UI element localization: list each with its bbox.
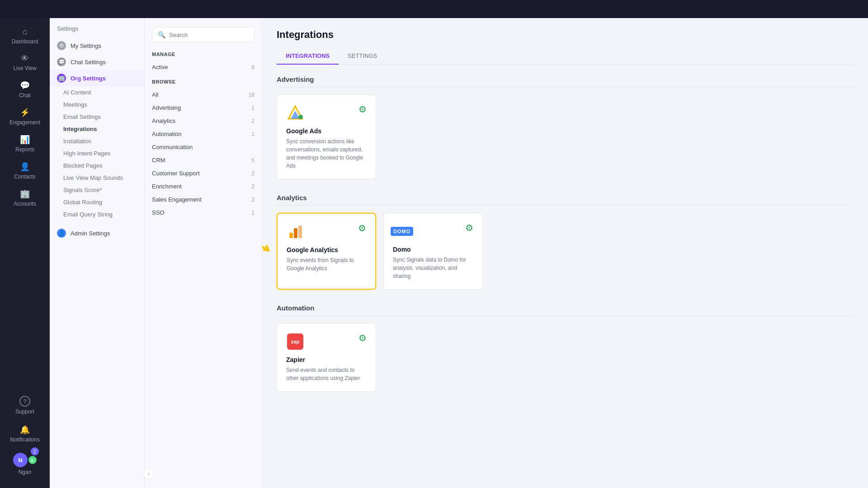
google-ads-logo: [286, 104, 304, 122]
filter-item-crm[interactable]: CRM 5: [145, 154, 262, 167]
domo-logo-text: DOMO: [391, 227, 413, 236]
search-input[interactable]: [169, 32, 249, 38]
card-domo[interactable]: DOMO ⚙ Domo Sync Signals data to Domo fo…: [383, 213, 483, 290]
nav-item-support[interactable]: ? Support: [6, 392, 43, 418]
nav-item-contacts[interactable]: 👤 Contacts: [0, 157, 50, 184]
settings-label-admin-settings: Admin Settings: [71, 230, 110, 237]
filter-item-enrichment[interactable]: Enrichment 2: [145, 180, 262, 193]
sub-item-global-routing[interactable]: Global Routing: [50, 196, 144, 208]
nav-item-engagement[interactable]: ⚡ Engagement: [0, 103, 50, 130]
filter-label-customer-support: Customer Support: [152, 170, 200, 177]
far-left-nav: ⌂ Dashboard 👁 Live View 💬 Chat ⚡ Engagem…: [0, 18, 50, 488]
card-zapier[interactable]: zap ⚙ Zapier Send events and contacts to…: [277, 323, 376, 392]
filter-label-sales-engagement: Sales Engagement: [152, 196, 202, 203]
page-tabs: INTEGRATIONS SETTINGS: [277, 48, 854, 65]
filter-label-sso: SSO: [152, 209, 164, 216]
top-bar: [0, 0, 868, 18]
nav-label-support: Support: [15, 408, 34, 415]
zapier-name: Zapier: [286, 356, 367, 363]
settings-item-my-settings[interactable]: ⚙ My Settings: [50, 38, 144, 54]
org-settings-icon: 🏢: [57, 74, 66, 83]
user-avatar-area[interactable]: N g. Ngan 2: [6, 449, 43, 479]
manage-section-title: MANAGE: [145, 52, 262, 61]
nav-label-engagement: Engagement: [9, 119, 40, 126]
filter-panel: 🔍 MANAGE Active 8 BROWSE All 18 Advertis…: [145, 18, 262, 488]
nav-label-accounts: Accounts: [14, 201, 36, 207]
filter-count-advertising: 1: [251, 105, 255, 111]
filter-count-sso: 1: [251, 210, 255, 216]
filter-item-sso[interactable]: SSO 1: [145, 206, 262, 219]
zapier-gear-icon: ⚙: [359, 333, 367, 343]
domo-name: Domo: [393, 246, 473, 253]
sub-item-ai-content[interactable]: AI Content: [50, 86, 144, 99]
chat-settings-icon: 💬: [57, 57, 66, 66]
sub-item-installation[interactable]: Installation: [50, 135, 144, 147]
svg-rect-3: [289, 233, 293, 238]
section-title-advertising: Advertising: [277, 75, 854, 87]
card-google-analytics[interactable]: ⚙ Google Analytics Sync events from Sign…: [277, 213, 376, 290]
sub-item-signals-score[interactable]: Signals Score*: [50, 184, 144, 196]
tab-settings[interactable]: SETTINGS: [339, 48, 386, 65]
chat-icon: 💬: [20, 80, 30, 90]
filter-label-active: Active: [152, 64, 168, 70]
settings-panel: Settings ⚙ My Settings 💬 Chat Settings 🏢…: [50, 18, 145, 488]
user-status-icon: g.: [28, 456, 37, 464]
filter-label-automation: Automation: [152, 131, 182, 137]
accounts-icon: 🏢: [20, 189, 30, 199]
nav-label-reports: Reports: [15, 146, 34, 153]
nav-label-dashboard: Dashboard: [12, 38, 38, 45]
sub-item-live-view-map-sounds[interactable]: Live View Map Sounds: [50, 172, 144, 184]
search-icon: 🔍: [158, 31, 165, 38]
admin-settings-icon: 👤: [57, 229, 66, 238]
nav-item-live-view[interactable]: 👁 Live View: [0, 49, 50, 76]
filter-item-active[interactable]: Active 8: [145, 61, 262, 74]
card-google-ads[interactable]: ⚙ Google Ads Sync conversion actions lik…: [277, 94, 376, 179]
google-analytics-gear-icon: ⚙: [358, 223, 366, 234]
section-title-automation: Automation: [277, 304, 854, 316]
nav-item-chat[interactable]: 💬 Chat: [0, 76, 50, 103]
settings-item-chat-settings[interactable]: 💬 Chat Settings: [50, 54, 144, 70]
google-ads-gear-icon: ⚙: [359, 104, 367, 115]
nav-item-dashboard[interactable]: ⌂ Dashboard: [0, 23, 50, 49]
nav-bottom: ? Support 🔔 Notifications N g. Ngan 2: [6, 392, 43, 488]
nav-label-contacts: Contacts: [14, 174, 35, 180]
sub-item-email-query-string[interactable]: Email Query String: [50, 208, 144, 221]
content-area: Integrations INTEGRATIONS SETTINGS Adver…: [262, 18, 868, 488]
search-box[interactable]: 🔍: [152, 27, 255, 42]
sub-item-blocked-pages[interactable]: Blocked Pages: [50, 160, 144, 172]
arrow-annotation: [262, 237, 282, 266]
filter-item-customer-support[interactable]: Customer Support 2: [145, 167, 262, 180]
domo-gear-icon: ⚙: [465, 222, 473, 233]
filter-item-automation[interactable]: Automation 1: [145, 127, 262, 141]
filter-label-analytics: Analytics: [152, 117, 175, 124]
zapier-logo: zap: [286, 333, 304, 351]
sub-item-high-intent-pages[interactable]: High-Intent Pages: [50, 147, 144, 160]
filter-count-customer-support: 2: [251, 170, 255, 177]
nav-label-chat: Chat: [19, 92, 30, 99]
my-settings-icon: ⚙: [57, 41, 66, 50]
filter-item-analytics[interactable]: Analytics 2: [145, 114, 262, 127]
collapse-panel-button[interactable]: ‹: [143, 468, 154, 479]
tab-integrations[interactable]: INTEGRATIONS: [277, 48, 339, 65]
settings-item-admin-settings[interactable]: 👤 Admin Settings: [50, 225, 144, 241]
filter-item-communication[interactable]: Communication: [145, 141, 262, 154]
automation-grid: zap ⚙ Zapier Send events and contacts to…: [277, 323, 854, 392]
nav-item-reports[interactable]: 📊 Reports: [0, 130, 50, 157]
google-analytics-desc: Sync events from Signals to Google Analy…: [287, 256, 366, 272]
settings-item-org-settings[interactable]: 🏢 Org Settings: [50, 70, 144, 86]
filter-count-active: 8: [251, 64, 255, 70]
filter-item-advertising[interactable]: Advertising 1: [145, 101, 262, 114]
sub-item-email-settings[interactable]: Email Settings: [50, 111, 144, 123]
sub-item-meetings[interactable]: Meetings: [50, 99, 144, 111]
filter-item-all[interactable]: All 18: [145, 88, 262, 101]
nav-item-notifications[interactable]: 🔔 Notifications: [6, 421, 43, 446]
filter-item-sales-engagement[interactable]: Sales Engagement 2: [145, 193, 262, 206]
nav-label-notifications: Notifications: [10, 436, 39, 443]
nav-item-accounts[interactable]: 🏢 Accounts: [0, 184, 50, 211]
google-analytics-logo: [287, 223, 305, 241]
notification-badge: 2: [31, 447, 39, 455]
domo-desc: Sync Signals data to Domo for analysis, …: [393, 256, 473, 280]
live-view-icon: 👁: [21, 54, 29, 63]
filter-label-all: All: [152, 91, 158, 98]
sub-item-integrations[interactable]: Integrations: [50, 123, 144, 135]
